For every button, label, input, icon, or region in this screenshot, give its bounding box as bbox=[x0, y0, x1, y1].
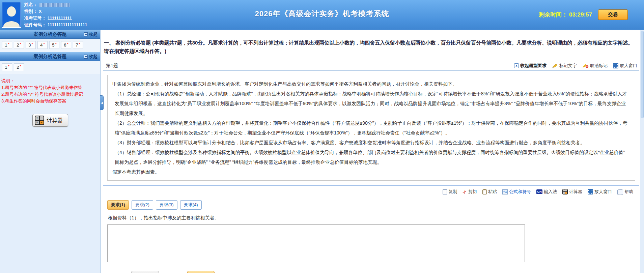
question-button[interactable]: 4* bbox=[37, 41, 48, 49]
question-button[interactable]: 2* bbox=[14, 63, 24, 71]
requirement-prompt: 根据资料（1），指出指标中涉及的主要利益相关者。 bbox=[108, 215, 639, 221]
cut-button[interactable]: ✂ 剪切 bbox=[463, 189, 477, 195]
formula-icon: √ω bbox=[502, 189, 508, 194]
help-button[interactable]: 帮助 bbox=[617, 189, 633, 195]
sidebar-collapse-handle[interactable]: ◀ bbox=[100, 95, 104, 110]
zoom-window-button[interactable]: 放大窗口 bbox=[613, 63, 637, 69]
bottom-navigation: 标记 ◀ 上一题 下一题 ▶ bbox=[107, 271, 639, 273]
input-method-button[interactable]: CH 输入法 bbox=[536, 189, 557, 195]
tab-requirement-2[interactable]: 要求(2) bbox=[132, 200, 153, 210]
page-title: 2026年《高级会计实务》机考模考系统 bbox=[255, 9, 389, 19]
scissors-icon: ✂ bbox=[461, 189, 468, 195]
user-info-block: 姓名： 性别： X 准考证号： 11111111111 证件号码： 111111… bbox=[24, 1, 87, 28]
user-ticket-row: 准考证号： 11111111111 bbox=[24, 15, 87, 22]
tab-requirement-1[interactable]: 要求(1) bbox=[107, 200, 129, 210]
formula-symbols-button[interactable]: √ω 公式和符号 bbox=[502, 189, 531, 195]
stem-paragraph: （2）总会计师：我们需要清晰的定义利益相关方的合理期望，并将其量化：期望客户不仅… bbox=[112, 118, 629, 138]
gender-label: 性别： bbox=[24, 9, 37, 14]
next-question-button[interactable]: 下一题 ▶ bbox=[187, 271, 215, 273]
notes-title: 说明： bbox=[1, 78, 98, 84]
chevron-up-icon: ∧ bbox=[514, 63, 519, 68]
calculator-icon: +−×= bbox=[35, 116, 44, 125]
user-photo bbox=[2, 2, 21, 28]
ticket-label: 准考证号： bbox=[24, 16, 46, 21]
tab-requirement-3[interactable]: 要求(3) bbox=[156, 200, 177, 210]
tab-requirement-4[interactable]: 要求(4) bbox=[180, 200, 202, 210]
highlighter-pen-icon bbox=[552, 63, 558, 68]
question-button[interactable]: 3* bbox=[26, 41, 36, 49]
exam-header: 姓名： 性别： X 准考证号： 11111111111 证件号码： 111111… bbox=[0, 0, 644, 30]
scrollbar-thumb[interactable] bbox=[641, 31, 644, 118]
name-label: 姓名： bbox=[24, 2, 37, 7]
previous-question-button[interactable]: ◀ 上一题 bbox=[131, 271, 159, 273]
required-question-list: 1*2*3*4*5*6*7* bbox=[0, 39, 100, 52]
section-title: 案例分析必答题 bbox=[34, 31, 67, 37]
stem-paragraph: 假定不考虑其他因素。 bbox=[112, 167, 629, 177]
stem-paragraph: （3）财务部经理：绩效棱柱模型可以与平衡计分卡相结合，比如客户层面应该从市场占有… bbox=[112, 138, 629, 148]
zoom-window-tool-button[interactable]: 放大窗口 bbox=[588, 189, 612, 195]
calculator-tool-button[interactable]: 计算器 bbox=[562, 189, 582, 195]
copy-icon bbox=[443, 189, 447, 194]
remove-highlight-button[interactable]: 取消标记 bbox=[582, 63, 608, 69]
collapse-minus-icon bbox=[84, 32, 88, 36]
calculator-icon bbox=[562, 189, 568, 194]
id-value: 111111111111111111 bbox=[48, 22, 87, 27]
question-button[interactable]: 1* bbox=[2, 63, 12, 71]
question-stem: 甲集团为传统制造企业，针对如何兼顾股东对盈利增长的诉求、客户对定制化生产与高效交… bbox=[107, 75, 635, 181]
id-label: 证件号码： bbox=[24, 22, 46, 27]
question-button[interactable]: 6* bbox=[61, 41, 71, 49]
pen-with-x-icon bbox=[582, 63, 589, 68]
collapse-question-requirements-button[interactable]: ∧ 收起题型要求 bbox=[514, 63, 547, 69]
ch-input-icon: CH bbox=[536, 189, 542, 194]
highlight-text-button[interactable]: 标记文字 bbox=[552, 63, 577, 69]
submit-paper-button[interactable]: 交卷 bbox=[598, 9, 628, 20]
user-name-row: 姓名： bbox=[24, 1, 87, 8]
section-header-required: 案例分析必答题 收起 bbox=[0, 30, 100, 39]
question-button[interactable]: 5* bbox=[49, 41, 59, 49]
question-main-area: 一、 案例分析必答题 (本类题共7题，共80分。凡要求计算的，可不列出计算过程；… bbox=[101, 30, 644, 273]
stem-paragraph: （1）总经理：公司现有的战略是“创新驱动，人才赋能，品牌领航”，由此衍生出对各相… bbox=[112, 89, 629, 118]
collapse-section-button[interactable]: 收起 bbox=[84, 54, 97, 60]
note-line: 2.题号右边的 “?” 符号代表该小题做过标记 bbox=[1, 91, 98, 98]
legend-notes: 说明： 1.题号右边的 “*” 符号代表该小题尚未作答 2.题号右边的 “?” … bbox=[0, 74, 100, 104]
answer-edit-toolbar: 复制 ✂ 剪切 粘贴 √ω 公式和符号 CH 输入法 计算器 bbox=[103, 189, 633, 195]
user-id-row: 证件号码： 111111111111111111 bbox=[24, 22, 87, 28]
note-line: 1.题号右边的 “*” 符号代表该小题尚未作答 bbox=[1, 84, 98, 91]
timer-label: 剩余时间： bbox=[539, 11, 567, 18]
divider-line bbox=[103, 185, 639, 186]
question-number: 第1题 bbox=[106, 63, 118, 69]
ticket-value: 11111111111 bbox=[48, 16, 72, 21]
section-header-optional: 案例分析选答题 收起 bbox=[0, 52, 100, 61]
requirement-tabs: 要求(1) 要求(2) 要求(3) 要求(4) bbox=[107, 200, 639, 210]
paste-button[interactable]: 粘贴 bbox=[482, 189, 497, 195]
copy-button[interactable]: 复制 bbox=[443, 189, 457, 195]
question-button[interactable]: 1* bbox=[2, 41, 12, 49]
clipboard-icon bbox=[482, 189, 487, 194]
collapse-section-button[interactable]: 收起 bbox=[84, 31, 97, 37]
stem-paragraph: （4）销售部经理：绩效棱柱模型会涉及各种绩效指标之间的平衡。①绩效棱柱模型以企业… bbox=[112, 148, 629, 167]
timer-value: 03:29:57 bbox=[569, 11, 592, 18]
gender-value: X bbox=[39, 9, 42, 14]
section-title: 案例分析选答题 bbox=[34, 54, 67, 60]
section-instructions: 一、 案例分析必答题 (本类题共7题，共80分。凡要求计算的，可不列出计算过程；… bbox=[103, 30, 639, 55]
question-nav-sidebar: 案例分析必答题 收起 1*2*3*4*5*6*7* 案例分析选答题 收起 1*2… bbox=[0, 30, 101, 273]
question-button[interactable]: 7* bbox=[73, 41, 83, 49]
page-scrollbar[interactable] bbox=[640, 30, 644, 273]
remaining-time: 剩余时间： 03:29:57 bbox=[539, 11, 592, 19]
answer-input[interactable] bbox=[107, 224, 525, 262]
collapse-minus-icon bbox=[84, 55, 88, 59]
expand-arrows-icon bbox=[588, 189, 593, 194]
avatar-silhouette bbox=[7, 6, 16, 17]
calculator-button[interactable]: +−×= 计算器 bbox=[32, 114, 68, 127]
help-book-icon bbox=[617, 189, 623, 194]
avatar-silhouette-body bbox=[3, 21, 20, 28]
user-gender-row: 性别： X bbox=[24, 8, 87, 15]
question-bar: 第1题 ∧ 收起题型要求 标记文字 取消标记 bbox=[103, 61, 639, 71]
stem-paragraph: 甲集团为传统制造企业，针对如何兼顾股东对盈利增长的诉求、客户对定制化生产与高效交… bbox=[112, 79, 629, 89]
note-line: 3.考生作答的同时会自动保存答案 bbox=[1, 98, 98, 104]
question-button[interactable]: 2* bbox=[14, 41, 24, 49]
expand-arrows-icon bbox=[613, 63, 618, 68]
masked-name-value bbox=[39, 3, 70, 7]
optional-question-list: 1*2* bbox=[0, 61, 100, 74]
